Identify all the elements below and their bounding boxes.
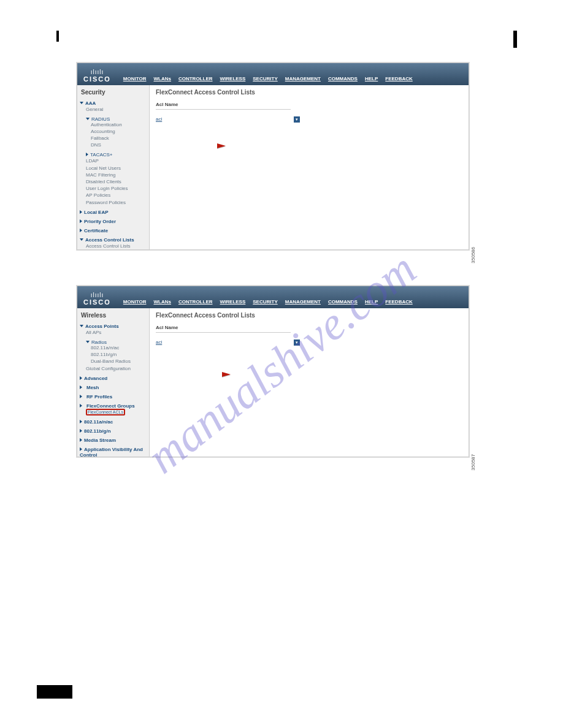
page-corner-top-left [31,31,55,42]
tab-wlans[interactable]: WLANs [153,299,170,305]
tab-feedback[interactable]: FEEDBACK [385,299,412,305]
cisco-logo: ılıılı CISCO [83,292,111,306]
sidebar-item-80211bgn[interactable]: 802.11b/g/n [80,352,147,358]
tab-wlans[interactable]: WLANs [153,76,170,82]
screenshot-security-flexconnect-acls: ılıılı CISCO MONITOR WLANs CONTROLLER WI… [77,63,469,250]
sidebar-item-acl[interactable]: Access Control Lists [80,243,147,249]
column-acl-name: Acl Name [156,102,291,110]
sidebar-item-password-policies[interactable]: Password Policies [80,199,147,206]
sidebar-title: Wireless [80,312,147,319]
tab-help[interactable]: HELP [365,299,378,305]
main-nav: MONITOR WLANs CONTROLLER WIRELESS SECURI… [123,76,413,82]
sidebar-section-certificate[interactable]: Certificate [80,228,147,233]
sidebar-item-flexconnect-groups[interactable]: ▸FlexConnect Groups [80,403,147,409]
tab-commands[interactable]: COMMANDS [328,299,358,305]
sidebar-item-authentication[interactable]: Authentication [80,122,147,129]
sidebar-section-media-stream[interactable]: Media Stream [80,438,147,443]
sidebar-item-radius[interactable]: RADIUS [86,116,147,122]
main-nav: MONITOR WLANs CONTROLLER WIRELESS SECURI… [123,299,413,305]
sidebar-item-mac-filtering[interactable]: MAC Filtering [80,172,147,178]
sidebar-section-access-points[interactable]: Access Points [80,324,147,329]
page-title: FlexConnect Access Control Lists [156,312,462,319]
sidebar-section-80211bgn[interactable]: 802.11b/g/n [80,428,147,434]
sidebar: Security AAA General RADIUS Authenticati… [77,85,150,249]
sidebar-section-80211anac[interactable]: 802.11a/n/ac [80,419,147,425]
sidebar-item-local-net-users[interactable]: Local Net Users [80,165,147,172]
column-acl-name: Acl Name [156,325,291,333]
tab-feedback[interactable]: FEEDBACK [385,76,412,82]
screenshot-wireless-flexconnect-acls: ılıılı CISCO MONITOR WLANs CONTROLLER WI… [77,286,469,457]
cisco-header: ılıılı CISCO MONITOR WLANs CONTROLLER WI… [77,63,469,85]
page-bar-top-right [513,31,517,48]
acl-link[interactable]: acl [156,339,162,345]
main-panel: FlexConnect Access Control Lists Acl Nam… [150,308,469,457]
tab-monitor[interactable]: MONITOR [123,299,147,305]
cisco-logo-text: CISCO [83,298,111,306]
sidebar-item-general[interactable]: General [80,106,147,113]
acl-link[interactable]: acl [156,116,162,122]
tab-help[interactable]: HELP [365,76,378,82]
sidebar-item-radios[interactable]: Radios [86,339,147,345]
dropdown-icon[interactable]: ▾ [294,116,300,123]
tab-wireless[interactable]: WIRELESS [220,76,246,82]
sidebar-item-disabled-clients[interactable]: Disabled Clients [80,178,147,185]
sidebar-item-ap-policies[interactable]: AP Policies [80,192,147,199]
sidebar-item-flexconnect-acls[interactable]: FlexConnect ACLs [86,409,125,415]
dropdown-icon[interactable]: ▾ [294,339,300,346]
sidebar-item-global-config[interactable]: Global Configuration [80,365,147,372]
tab-wireless[interactable]: WIRELESS [220,299,246,305]
sidebar-section-advanced[interactable]: Advanced [80,376,147,381]
sidebar-section-local-eap[interactable]: Local EAP [80,210,147,215]
cisco-logo-icon: ılıılı [91,292,104,298]
page-footer-box [37,685,72,699]
figure-code: 350587 [470,454,476,471]
cisco-header: ılıılı CISCO MONITOR WLANs CONTROLLER WI… [77,286,469,308]
sidebar-item-dns[interactable]: DNS [80,142,147,149]
sidebar-section-priority-order[interactable]: Priority Order [80,219,147,224]
tab-security[interactable]: SECURITY [253,76,277,82]
sidebar-item-tacacs[interactable]: TACACS+ [86,152,147,157]
tab-management[interactable]: MANAGEMENT [285,299,321,305]
sidebar: Wireless Access Points All APs Radios 80… [77,308,150,457]
tab-controller[interactable]: CONTROLLER [178,299,213,305]
tab-security[interactable]: SECURITY [253,299,277,305]
sidebar-item-dual-band[interactable]: Dual-Band Radios [80,358,147,365]
cisco-logo: ılıılı CISCO [83,69,111,83]
sidebar-item-accounting[interactable]: Accounting [80,129,147,135]
sidebar-item-80211anac[interactable]: 802.11a/n/ac [80,345,147,352]
sidebar-item-ldap[interactable]: LDAP [80,157,147,164]
sidebar-item-rf-profiles[interactable]: ▸RF Profiles [80,394,147,400]
tab-commands[interactable]: COMMANDS [328,76,358,82]
main-panel: FlexConnect Access Control Lists Acl Nam… [150,85,469,249]
sidebar-section-aaa[interactable]: AAA [80,100,147,106]
tab-controller[interactable]: CONTROLLER [178,76,213,82]
sidebar-item-fallback[interactable]: Fallback [80,135,147,142]
sidebar-section-app-visibility[interactable]: Application Visibility And Control [80,447,147,457]
page-title: FlexConnect Access Control Lists [156,89,462,96]
sidebar-item-user-login-policies[interactable]: User Login Policies [80,185,147,192]
arrow-annotation-icon [217,143,226,148]
cisco-logo-icon: ılıılı [91,69,104,75]
tab-monitor[interactable]: MONITOR [123,76,147,82]
arrow-annotation-icon [222,372,231,377]
tab-management[interactable]: MANAGEMENT [285,76,321,82]
sidebar-item-mesh[interactable]: ▸Mesh [80,385,147,390]
cisco-logo-text: CISCO [83,75,111,83]
sidebar-item-all-aps[interactable]: All APs [80,329,147,336]
sidebar-section-acl[interactable]: Access Control Lists [80,237,147,243]
figure-code: 350586 [470,247,476,264]
sidebar-title: Security [80,89,147,96]
